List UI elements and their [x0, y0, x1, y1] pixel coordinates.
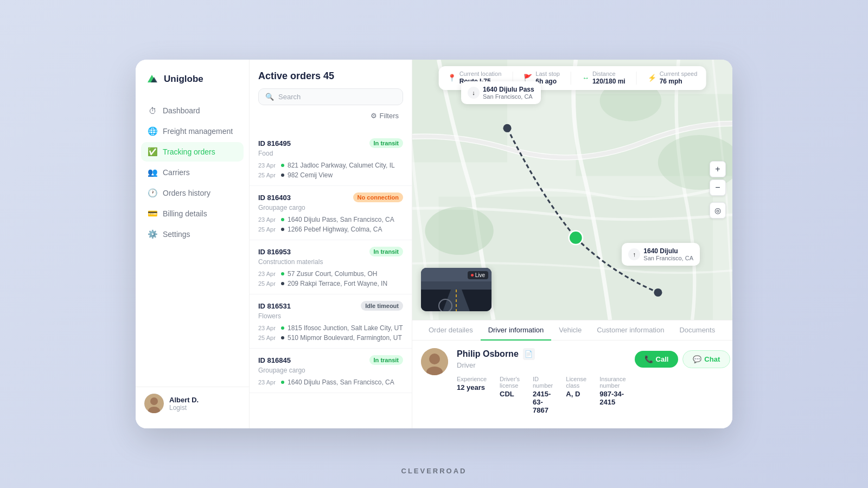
svg-point-23	[429, 354, 440, 364]
driver-stat-id: ID number 2415-63-7867	[533, 376, 553, 414]
live-badge: Live	[468, 271, 488, 279]
order-stop: 25 Apr 982 Cemij View	[258, 171, 403, 179]
bottom-panel: Order detailes Driver information Vehicl…	[412, 320, 732, 428]
stat-label: License class	[566, 376, 586, 389]
live-indicator	[471, 274, 474, 277]
order-card[interactable]: ID 816403 No connection Groupage cargo 2…	[250, 186, 412, 240]
zoom-in-button[interactable]: +	[710, 161, 726, 177]
stop-date: 23 Apr	[258, 216, 278, 223]
svg-rect-20	[421, 281, 492, 290]
bottom-tabs: Order detailes Driver information Vehicl…	[412, 320, 732, 341]
stop-date: 25 Apr	[258, 280, 278, 287]
filters-button[interactable]: ⚙ Filters	[366, 110, 403, 122]
stop-address: 510 Mipmor Boulevard, Farmington, UT	[288, 334, 402, 342]
popup-title-1: 1640 Dijulu Pass	[483, 86, 534, 93]
stop-dot	[281, 174, 284, 177]
search-input[interactable]	[278, 93, 396, 101]
stat-value: 987-34-2415	[599, 390, 626, 406]
popup-sub-2: San Francisco, CA	[643, 255, 693, 261]
order-card[interactable]: ID 816495 In transit Food 23 Apr 821 Jad…	[250, 132, 412, 186]
sidebar-item-tracking[interactable]: ✅ Tracking orders	[141, 142, 244, 162]
map-controls: + − ◎	[710, 161, 726, 219]
status-badge: Idle timeout	[361, 301, 403, 311]
tab-driver-information[interactable]: Driver information	[481, 320, 552, 341]
stat-value: 2415-63-7867	[533, 390, 553, 414]
user-info: Albert D. Logist	[169, 396, 199, 412]
order-stop: 23 Apr 57 Zusur Court, Columbus, OH	[258, 270, 403, 278]
stat-value: CDL	[500, 390, 520, 398]
stat-label: ID number	[533, 376, 553, 389]
chat-button[interactable]: 💬 Chat	[682, 350, 730, 368]
tab-documents[interactable]: Documents	[672, 320, 723, 341]
distance-label: Distance	[592, 70, 626, 78]
stop-address: 1640 Dijulu Pass, San Francisco, CA	[288, 378, 394, 386]
zoom-out-button[interactable]: −	[710, 179, 726, 196]
sidebar-item-carriers[interactable]: 👥 Carriers	[141, 163, 244, 182]
stop-address: 1266 Pebef Highway, Colma, CA	[288, 226, 382, 233]
sidebar-item-label: Settings	[163, 230, 190, 239]
map-area: 📍 Current location Route I-75 🚩 Last sto…	[412, 60, 732, 320]
order-card[interactable]: ID 816845 In transit Groupage cargo 23 A…	[250, 349, 412, 393]
last-stop-label: Last stop	[535, 70, 560, 78]
order-stops: 23 Apr 57 Zusur Court, Columbus, OH 25 A…	[258, 270, 403, 287]
gear-icon: ⚙️	[148, 229, 157, 239]
orders-panel: Active orders 45 🔍 ⚙ Filters ID 816495 I…	[250, 60, 412, 428]
history-icon: 🕐	[148, 188, 157, 198]
user-name: Albert D.	[169, 396, 199, 404]
stop-address: 982 Cemij View	[288, 171, 333, 179]
order-category: Groupage cargo	[258, 367, 403, 374]
document-icon[interactable]: 📄	[523, 348, 535, 360]
driver-stat-license: Driver's license CDL	[500, 376, 520, 414]
app-container: Uniglobe ⏱ Dashboard 🌐 Freight managemen…	[136, 60, 732, 428]
sidebar-item-orders-history[interactable]: 🕐 Orders history	[141, 183, 244, 203]
stop-dot	[281, 218, 284, 221]
stop-address: 1640 Dijulu Pass, San Francisco, CA	[288, 216, 394, 223]
stat-label: Driver's license	[500, 376, 520, 389]
order-category: Groupage cargo	[258, 204, 403, 211]
order-card[interactable]: ID 816531 Idle timeout Flowers 23 Apr 18…	[250, 294, 412, 349]
info-divider	[636, 72, 637, 85]
logo: Uniglobe	[136, 73, 249, 101]
popup-title-2: 1640 Dijulu	[643, 247, 693, 255]
sidebar-item-label: Dashboard	[163, 106, 200, 115]
order-id: ID 816531	[258, 302, 291, 310]
sidebar-item-billing[interactable]: 💳 Billing details	[141, 204, 244, 223]
tab-vehicle[interactable]: Vehicle	[551, 320, 589, 341]
call-button[interactable]: 📞 Call	[635, 351, 679, 368]
order-card[interactable]: ID 816953 In transit Construction materi…	[250, 240, 412, 294]
stop-address: 209 Rakpi Terrace, Fort Wayne, IN	[288, 280, 387, 287]
stat-label: Insurance number	[599, 376, 626, 389]
phone-icon: 📞	[644, 355, 653, 363]
credit-card-icon: 💳	[148, 209, 157, 219]
stop-dot	[281, 282, 284, 285]
avatar	[144, 394, 164, 413]
order-card-header: ID 816403 No connection	[258, 192, 403, 202]
driver-stats: Experience 12 years Driver's license CDL…	[457, 376, 626, 414]
distance-icon: ↔	[582, 74, 589, 82]
sidebar-item-dashboard[interactable]: ⏱ Dashboard	[141, 101, 244, 120]
order-card-header: ID 816845 In transit	[258, 355, 403, 365]
sidebar-item-settings[interactable]: ⚙️ Settings	[141, 224, 244, 244]
order-category: Flowers	[258, 312, 403, 320]
tab-customer-information[interactable]: Customer information	[589, 320, 672, 341]
user-profile: Albert D. Logist	[136, 387, 249, 420]
speed-value: 76 mph	[660, 78, 698, 85]
sidebar: Uniglobe ⏱ Dashboard 🌐 Freight managemen…	[136, 60, 250, 428]
stop-date: 23 Apr	[258, 325, 278, 331]
order-card-header: ID 816953 In transit	[258, 247, 403, 256]
distance-info: ↔ Distance 120/180 mi	[582, 70, 626, 86]
order-stop: 23 Apr 1815 Ifosoc Junction, Salt Lake C…	[258, 324, 403, 332]
locate-button[interactable]: ◎	[710, 202, 726, 219]
order-stop: 25 Apr 1266 Pebef Highway, Colma, CA	[258, 226, 403, 233]
logo-text: Uniglobe	[164, 74, 203, 85]
search-bar: 🔍	[258, 88, 403, 105]
filter-icon: ⚙	[371, 112, 377, 120]
sidebar-item-label: Carriers	[163, 168, 190, 177]
chat-label: Chat	[704, 355, 720, 363]
sidebar-item-freight[interactable]: 🌐 Freight management	[141, 121, 244, 141]
tab-order-details[interactable]: Order detailes	[421, 320, 481, 341]
order-id: ID 816403	[258, 194, 291, 202]
popup-sub-1: San Francisco, CA	[483, 93, 534, 100]
driver-info-content: Philip Osborne 📄 Driver Experience 12 ye…	[412, 341, 732, 422]
search-icon: 🔍	[265, 93, 274, 101]
